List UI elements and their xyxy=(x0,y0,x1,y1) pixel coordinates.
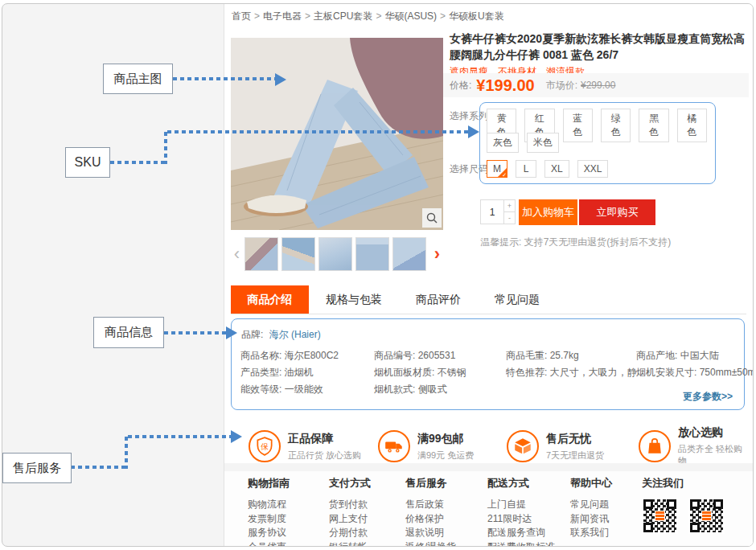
brand-line: 品牌: 海尔 (Haier) xyxy=(241,328,321,342)
breadcrumb-link[interactable]: 华硕板U套装 xyxy=(449,10,504,22)
tab-0[interactable]: 商品介绍 xyxy=(231,285,309,314)
thumbnail[interactable] xyxy=(355,237,389,271)
zoom-icon[interactable] xyxy=(422,208,442,228)
qr-code xyxy=(642,498,678,534)
breadcrumb-link[interactable]: 华硕(ASUS) xyxy=(384,10,437,22)
service-text: 正品保障正品行货 放心选购 xyxy=(288,432,361,462)
truck-icon xyxy=(378,430,410,462)
info-field: 商品名称: 海尔E800C2 xyxy=(240,347,374,364)
thumbnail[interactable] xyxy=(244,237,278,271)
size-chip[interactable]: L xyxy=(516,160,536,178)
breadcrumb-link[interactable]: 首页 xyxy=(232,10,251,22)
annotation-line-sku-3 xyxy=(167,130,468,133)
more-params-link[interactable]: 更多参数>> xyxy=(683,390,733,404)
add-to-cart-button[interactable]: 加入购物车 xyxy=(519,199,577,225)
price-label: 价格: xyxy=(450,79,471,92)
footer-follow-column: 关注我们 xyxy=(642,476,753,547)
buy-now-button[interactable]: 立即购买 xyxy=(579,199,655,225)
footer-link[interactable]: 退款说明 xyxy=(405,526,487,540)
shield-icon: 保 xyxy=(249,430,281,462)
annotation-line-after-sales-3 xyxy=(128,435,231,438)
color-chip[interactable]: 米色 xyxy=(527,133,559,153)
service-title: 满99包邮 xyxy=(417,432,474,446)
footer-link[interactable]: 配送服务查询 xyxy=(487,526,570,540)
tab-3[interactable]: 常见问题 xyxy=(478,285,557,314)
quantity-stepper: + - xyxy=(504,199,516,224)
chevron-right-icon[interactable]: › xyxy=(429,237,445,271)
footer-link[interactable]: 银行转帐 xyxy=(329,540,405,548)
tab-1[interactable]: 规格与包装 xyxy=(309,285,399,314)
color-chip[interactable]: 橘色 xyxy=(677,109,707,142)
info-field: 烟机款式: 侧吸式 xyxy=(374,381,506,398)
quantity-increase-button[interactable]: + xyxy=(504,199,516,212)
service-text: 满99包邮满99元 免运费 xyxy=(417,432,474,462)
thumbnail[interactable] xyxy=(281,237,315,271)
service-title: 售后无忧 xyxy=(546,432,604,446)
footer-link[interactable]: 上门自提 xyxy=(487,498,570,512)
info-column: 商品名称: 海尔E800C2产品类型: 油烟机能效等级: 一级能效 xyxy=(240,347,374,398)
qr-row xyxy=(642,498,753,534)
footer-link[interactable]: 服务协议 xyxy=(248,526,329,540)
footer-link[interactable]: 价格保护 xyxy=(405,512,487,527)
service-text: 放心选购品类齐全 轻松购物 xyxy=(678,425,748,467)
footer-link[interactable]: 购物流程 xyxy=(248,498,329,512)
brand-label: 品牌: xyxy=(241,329,263,340)
annotation-line-sku-1 xyxy=(110,161,166,164)
info-field: 商品编号: 2605531 xyxy=(374,347,506,364)
footer-link[interactable]: 新闻资讯 xyxy=(570,512,642,527)
size-chip[interactable]: XL xyxy=(544,160,569,178)
annotation-arrow-sku xyxy=(468,125,479,138)
brand-link[interactable]: 海尔 (Haier) xyxy=(269,329,321,340)
annotation-line-after-sales-1 xyxy=(71,466,127,469)
annotation-arrow-after-sales xyxy=(231,430,242,443)
color-chip[interactable]: 蓝色 xyxy=(563,109,593,142)
footer-link[interactable]: 售后政策 xyxy=(405,498,487,512)
section-divider xyxy=(224,463,753,471)
footer-column-title: 售后服务 xyxy=(405,476,487,490)
footer: 购物指南购物流程发票制度服务协议会员优惠支付方式货到付款网上支付分期付款银行转帐… xyxy=(224,471,753,546)
thumbnail[interactable] xyxy=(318,237,352,271)
notice-text: 温馨提示: 支持7天无理由退货(拆封后不支持) xyxy=(480,236,671,249)
footer-column-title: 购物指南 xyxy=(248,476,329,490)
footer-link[interactable]: 211限时达 xyxy=(487,512,570,527)
annotation-arrow-product-info xyxy=(226,326,237,339)
bag-icon xyxy=(639,430,671,462)
service-desc: 正品行货 放心选购 xyxy=(288,449,361,462)
color-chip[interactable]: 绿色 xyxy=(601,109,631,142)
breadcrumb-link[interactable]: 电子电器 xyxy=(263,10,302,22)
tab-2[interactable]: 商品评价 xyxy=(399,285,478,314)
service-item: 满99包邮满99元 免运费 xyxy=(378,425,507,467)
breadcrumb-separator: > xyxy=(254,10,260,22)
product-main-image[interactable] xyxy=(231,38,443,230)
service-desc: 7天无理由退货 xyxy=(546,449,604,462)
footer-link[interactable]: 会员优惠 xyxy=(248,540,329,548)
quantity-input[interactable]: 1 xyxy=(480,199,504,224)
price-row: 价格: ¥199.00 市场价: ¥299.00 xyxy=(443,73,749,97)
thumbnail[interactable] xyxy=(392,237,426,271)
footer-link[interactable]: 网上支付 xyxy=(329,512,405,527)
size-chip-selected[interactable]: M xyxy=(487,160,507,178)
color-chip[interactable]: 黑色 xyxy=(639,109,668,142)
footer-link[interactable]: 货到付款 xyxy=(329,498,405,512)
footer-link[interactable]: 发票制度 xyxy=(248,512,329,527)
footer-link[interactable]: 常见问题 xyxy=(570,498,642,512)
breadcrumb-link[interactable]: 主板CPU套装 xyxy=(314,10,372,22)
chevron-left-icon[interactable]: ‹ xyxy=(229,237,244,271)
footer-link[interactable]: 返修/退换货 xyxy=(405,540,487,548)
service-item: 售后无忧7天无理由退货 xyxy=(507,425,639,467)
annotation-line-product-info xyxy=(164,331,227,335)
color-chip[interactable]: 灰色 xyxy=(487,133,519,153)
info-column: 商品编号: 2605531烟机面板材质: 不锈钢烟机款式: 侧吸式 xyxy=(374,347,506,398)
annotation-sku-label: SKU xyxy=(65,147,110,178)
breadcrumb-separator: > xyxy=(440,10,446,22)
footer-link[interactable]: 配送费收取标准 xyxy=(487,540,570,548)
quantity-decrease-button[interactable]: - xyxy=(504,212,516,225)
breadcrumb: 首页>电子电器>主板CPU套装>华硕(ASUS)>华硕板U套装 xyxy=(232,10,504,23)
size-chip[interactable]: XXL xyxy=(577,160,609,178)
info-field: 能效等级: 一级能效 xyxy=(240,381,374,398)
annotation-main-image-label: 商品主图 xyxy=(103,64,173,94)
market-price-value: ¥299.00 xyxy=(581,80,615,91)
footer-link[interactable]: 分期付款 xyxy=(329,526,405,540)
info-field: 产品类型: 油烟机 xyxy=(240,364,374,381)
footer-link[interactable]: 联系我们 xyxy=(570,526,642,540)
